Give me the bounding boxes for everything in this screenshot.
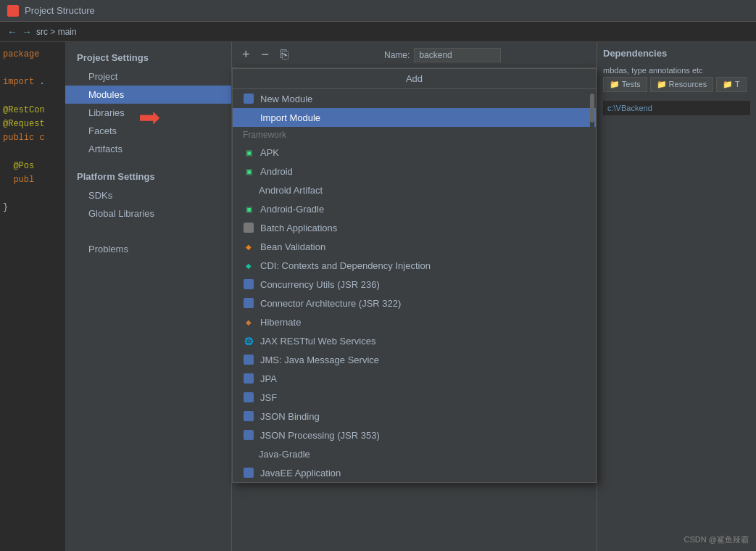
dropdown-item-connector[interactable]: Connector Architecture (JSR 322) xyxy=(233,294,596,312)
main-layout: package import . @RestCon @Request publi… xyxy=(0,42,756,551)
cdi-label: CDI: Contexts and Dependency Injection xyxy=(260,260,431,271)
breadcrumb-bar: ← → src > main xyxy=(0,22,756,42)
project-settings-title: Project Settings xyxy=(65,48,231,67)
jax-icon: 🌐 xyxy=(243,335,254,347)
code-line: } xyxy=(3,201,62,215)
javaee-icon xyxy=(243,467,254,478)
name-input[interactable] xyxy=(414,48,501,62)
code-line xyxy=(3,90,62,104)
sidebar: Project Settings Project Modules Librari… xyxy=(65,42,232,551)
android-icon: ▣ xyxy=(243,165,254,177)
dropdown-item-cdi[interactable]: ◆ CDI: Contexts and Dependency Injection xyxy=(233,256,596,275)
dropdown-item-concurrency[interactable]: Concurrency Utils (JSR 236) xyxy=(233,275,596,294)
dropdown-item-android[interactable]: ▣ Android xyxy=(233,162,596,181)
scrollbar-track[interactable] xyxy=(590,94,594,481)
sidebar-item-libraries[interactable]: Libraries xyxy=(65,104,231,122)
import-module-label: Import Module xyxy=(260,112,320,123)
concurrency-icon xyxy=(243,278,254,290)
code-line: package xyxy=(3,48,62,62)
framework-section-label: Framework xyxy=(233,127,596,143)
dropdown-item-import-module[interactable]: Import Module ➡ xyxy=(233,108,596,127)
dropdown-item-hibernate[interactable]: ◆ Hibernate xyxy=(233,312,596,331)
dropdown-item-apk[interactable]: ▣ APK xyxy=(233,143,596,162)
import-module-icon xyxy=(243,112,254,123)
tab-t[interactable]: 📁 T xyxy=(716,77,747,92)
sidebar-item-facets[interactable]: Facets xyxy=(65,122,231,140)
right-description: mbdas, type annotations etc xyxy=(603,65,750,77)
dropdown-item-batch[interactable]: Batch Applications xyxy=(233,218,596,237)
dropdown-item-jax[interactable]: 🌐 JAX RESTful Web Services xyxy=(233,331,596,350)
dropdown-item-javaee[interactable]: JavaEE Application xyxy=(233,463,596,482)
android-label: Android xyxy=(260,166,293,177)
toolbar: + − ⎘ Name: xyxy=(232,42,597,68)
breadcrumb-path: src > main xyxy=(36,27,77,37)
dropdown-item-jsf[interactable]: JSF xyxy=(233,388,596,407)
add-dropdown: Add New Module Import Module ➡ Framework xyxy=(232,68,597,483)
platform-settings-title: Platform Settings xyxy=(65,167,231,186)
android-gradle-label: Android-Gradle xyxy=(260,204,324,215)
dropdown-item-java-gradle[interactable]: Java-Gradle xyxy=(233,444,596,463)
code-line: @Request xyxy=(3,117,62,131)
right-tabs: 📁 Tests 📁 Resources 📁 T xyxy=(603,77,750,92)
apk-icon: ▣ xyxy=(243,146,254,158)
back-button[interactable]: ← xyxy=(7,26,17,38)
code-line: @Pos xyxy=(3,160,62,173)
android-artifact-icon xyxy=(243,184,253,196)
add-button[interactable]: + xyxy=(239,46,253,64)
tab-tests[interactable]: 📁 Tests xyxy=(603,77,647,92)
hibernate-icon: ◆ xyxy=(243,316,254,328)
copy-button[interactable]: ⎘ xyxy=(278,46,291,64)
dropdown-item-bean-validation[interactable]: ◆ Bean Validation xyxy=(233,237,596,256)
new-module-label: New Module xyxy=(260,94,312,104)
json-binding-label: JSON Binding xyxy=(260,411,320,422)
java-gradle-label: Java-Gradle xyxy=(259,449,310,460)
forward-button[interactable]: → xyxy=(22,26,32,38)
bean-label: Bean Validation xyxy=(260,241,325,252)
code-line: import . xyxy=(3,75,62,89)
jsf-label: JSF xyxy=(260,392,277,403)
jpa-icon xyxy=(243,373,254,384)
sidebar-item-sdks[interactable]: SDKs xyxy=(65,186,231,204)
concurrency-label: Concurrency Utils (JSR 236) xyxy=(260,279,380,290)
sidebar-item-artifacts[interactable]: Artifacts xyxy=(65,140,231,158)
json-processing-label: JSON Processing (JSR 353) xyxy=(260,430,380,441)
code-line xyxy=(3,145,62,159)
jms-icon xyxy=(243,354,254,365)
content-area: + − ⎘ Name: Add New Module xyxy=(232,42,597,551)
dropdown-item-android-gradle[interactable]: ▣ Android-Gradle xyxy=(233,199,596,218)
jsf-icon xyxy=(243,392,254,403)
code-line: public c xyxy=(3,131,62,145)
sidebar-item-project[interactable]: Project xyxy=(65,67,231,86)
connector-icon xyxy=(243,297,254,309)
dropdown-item-android-artifact[interactable]: Android Artifact xyxy=(233,181,596,199)
sidebar-item-global-libraries[interactable]: Global Libraries xyxy=(65,204,231,223)
app-logo xyxy=(7,5,19,17)
javaee-label: JavaEE Application xyxy=(260,468,341,478)
code-line: @RestCon xyxy=(3,104,62,117)
dropdown-item-jpa[interactable]: JPA xyxy=(233,369,596,388)
dropdown-header: Add xyxy=(233,69,596,89)
code-line xyxy=(3,62,62,75)
tab-resources[interactable]: 📁 Resources xyxy=(650,77,714,92)
android-artifact-label: Android Artifact xyxy=(259,185,323,196)
sidebar-item-modules[interactable]: Modules xyxy=(65,86,231,104)
batch-icon xyxy=(243,222,254,233)
dropdown-item-json-binding[interactable]: JSON Binding xyxy=(233,407,596,426)
jax-label: JAX RESTful Web Services xyxy=(260,336,375,347)
jms-label: JMS: Java Message Service xyxy=(260,355,379,365)
scrollbar-thumb[interactable] xyxy=(590,94,594,123)
android-gradle-icon: ▣ xyxy=(243,203,254,215)
bean-icon: ◆ xyxy=(243,241,254,252)
json-binding-icon xyxy=(243,410,254,422)
code-line xyxy=(3,187,62,201)
name-label: Name: xyxy=(384,50,410,60)
dropdown-item-jms[interactable]: JMS: Java Message Service xyxy=(233,350,596,369)
java-gradle-icon xyxy=(243,448,253,460)
watermark: CSDN @鲨鱼辣霸 xyxy=(684,534,749,545)
remove-button[interactable]: − xyxy=(259,46,273,64)
project-path: c:\VBackend xyxy=(603,101,750,115)
dropdown-item-json-processing[interactable]: JSON Processing (JSR 353) xyxy=(233,426,596,444)
dropdown-item-new-module[interactable]: New Module xyxy=(233,89,596,108)
sidebar-item-problems[interactable]: Problems xyxy=(65,240,231,258)
code-line: publ xyxy=(3,173,62,187)
